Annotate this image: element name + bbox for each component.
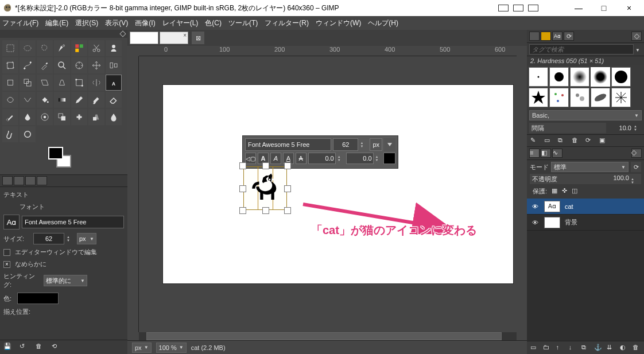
tool-rect-select[interactable] xyxy=(2,40,18,56)
merge-down-icon[interactable]: ⇊ xyxy=(607,344,615,352)
tool-align[interactable] xyxy=(106,57,122,73)
canvas[interactable] xyxy=(163,85,513,283)
layout-icon[interactable] xyxy=(513,5,523,11)
lock-alpha-icon[interactable]: ◫ xyxy=(572,187,577,196)
lock-position-icon[interactable]: ✜ xyxy=(562,187,567,196)
refresh-brush-icon[interactable]: ⟳ xyxy=(585,137,595,145)
size-stepper[interactable] xyxy=(67,235,75,242)
ott-color-swatch[interactable] xyxy=(383,153,395,164)
tool-smudge[interactable] xyxy=(2,126,18,142)
tool-flip[interactable] xyxy=(88,75,104,91)
close-tab-button[interactable]: ⊠ xyxy=(192,32,204,44)
vertical-scrollbar[interactable] xyxy=(517,56,527,332)
duplicate-brush-icon[interactable]: ⧉ xyxy=(558,137,567,145)
tool-ellipse-select[interactable] xyxy=(20,40,36,56)
new-layer-icon[interactable]: ▭ xyxy=(530,344,538,352)
brush-item[interactable] xyxy=(611,67,631,87)
delete-options-icon[interactable]: 🗑 xyxy=(36,343,46,352)
ott-strike-button[interactable]: A xyxy=(296,153,307,164)
tool-perspective[interactable] xyxy=(54,75,70,91)
brush-item[interactable] xyxy=(549,67,569,87)
window-close-button[interactable]: × xyxy=(616,0,642,16)
ott-font-input[interactable] xyxy=(245,138,331,151)
tab-device-status[interactable] xyxy=(14,176,24,185)
dock-menu-button[interactable] xyxy=(631,32,642,41)
brush-search-input[interactable] xyxy=(529,44,634,55)
ott-size-stepper[interactable] xyxy=(360,141,368,148)
tool-paths[interactable] xyxy=(20,57,36,73)
tool-bucket-fill[interactable] xyxy=(37,92,53,108)
menu-view[interactable]: 表示(V) xyxy=(105,18,128,28)
font-size-input[interactable] xyxy=(33,233,64,244)
font-name-input[interactable] xyxy=(22,216,124,228)
ott-collapse-button[interactable] xyxy=(384,138,395,151)
tool-gradient[interactable] xyxy=(54,92,70,108)
ott-kerning-input[interactable] xyxy=(346,153,374,164)
tool-free-select[interactable] xyxy=(37,40,53,56)
ott-clear-style-button[interactable]: ◁▢ xyxy=(245,153,256,164)
tool-fuzzy-select[interactable] xyxy=(54,40,70,56)
tool-airbrush[interactable] xyxy=(2,109,18,125)
lock-pixels-icon[interactable]: ▦ xyxy=(552,187,557,196)
canvas-viewport[interactable]: px ◁▢ A A A A xyxy=(139,56,517,332)
tab-history[interactable]: ⟳ xyxy=(564,32,574,41)
resize-handle[interactable] xyxy=(284,162,291,169)
stepper[interactable] xyxy=(337,155,344,162)
font-icon[interactable]: Aɑ xyxy=(3,215,20,229)
spacing-stepper[interactable] xyxy=(634,125,642,131)
tab-images[interactable] xyxy=(37,176,47,185)
horizontal-scrollbar[interactable] xyxy=(139,332,517,340)
brush-item[interactable] xyxy=(591,88,610,107)
open-as-image-icon[interactable]: ▣ xyxy=(599,137,608,145)
tool-eraser[interactable] xyxy=(106,92,122,108)
stepper[interactable] xyxy=(375,155,382,162)
menu-windows[interactable]: ウィンドウ(W) xyxy=(316,18,361,28)
tool-perspective-clone[interactable] xyxy=(88,109,104,125)
ott-baseline-input[interactable] xyxy=(308,153,336,164)
resize-handle[interactable] xyxy=(262,207,269,214)
tool-warp[interactable] xyxy=(20,92,36,108)
brush-item[interactable] xyxy=(591,67,610,87)
tool-text[interactable]: A xyxy=(106,75,122,91)
ott-size-input[interactable] xyxy=(333,138,358,151)
search-dropdown-icon[interactable] xyxy=(634,46,642,53)
tool-color-picker[interactable] xyxy=(37,57,53,73)
dock-menu-button[interactable] xyxy=(631,149,642,158)
tool-shear[interactable] xyxy=(37,75,53,91)
tab-channels[interactable]: ◧ xyxy=(541,149,551,158)
layout-icon[interactable] xyxy=(528,5,538,11)
layer-name[interactable]: cat xyxy=(565,203,573,210)
tool-measure[interactable] xyxy=(71,57,87,73)
brush-item[interactable] xyxy=(570,88,589,107)
menu-select[interactable]: 選択(S) xyxy=(75,18,98,28)
new-brush-icon[interactable]: ▭ xyxy=(544,137,553,145)
hinting-dropdown[interactable]: 標準的に xyxy=(44,275,87,286)
resize-handle[interactable] xyxy=(239,185,246,192)
status-unit-dropdown[interactable]: px xyxy=(132,343,152,353)
menu-file[interactable]: ファイル(F) xyxy=(2,18,38,28)
lower-layer-icon[interactable]: ↓ xyxy=(569,344,577,352)
window-minimize-button[interactable]: — xyxy=(566,0,591,16)
tool-ink[interactable] xyxy=(20,109,36,125)
tool-rotate[interactable] xyxy=(2,75,18,91)
restore-options-icon[interactable]: ↺ xyxy=(20,343,30,352)
tab-tool-options[interactable] xyxy=(2,176,13,185)
tool-foreground-select[interactable] xyxy=(106,40,122,56)
ott-italic-button[interactable]: A xyxy=(270,153,281,164)
tool-cage[interactable] xyxy=(2,92,18,108)
ott-unit-dropdown[interactable]: px xyxy=(370,138,382,151)
visibility-eye-icon[interactable]: 👁 xyxy=(530,219,540,226)
menu-colors[interactable]: 色(C) xyxy=(205,18,222,28)
antialias-checkbox[interactable] xyxy=(3,261,10,268)
editor-window-checkbox[interactable] xyxy=(3,249,10,256)
text-color-well[interactable] xyxy=(17,293,59,304)
brush-item[interactable] xyxy=(570,67,589,87)
save-options-icon[interactable]: 💾 xyxy=(3,343,14,352)
tool-scissors[interactable] xyxy=(88,40,104,56)
tool-heal[interactable] xyxy=(71,109,87,125)
menu-tools[interactable]: ツール(T) xyxy=(228,18,258,28)
tab-fonts[interactable]: Aɑ xyxy=(552,32,562,41)
brush-preset-dropdown[interactable]: Basic, xyxy=(529,110,642,120)
edit-brush-icon[interactable]: ✎ xyxy=(530,137,540,145)
visibility-eye-icon[interactable]: 👁 xyxy=(530,203,540,210)
